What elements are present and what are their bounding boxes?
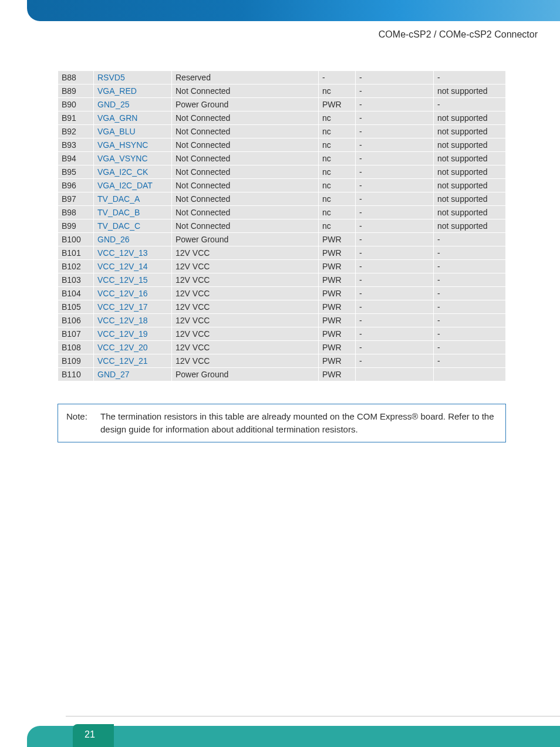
cell-col5: -: [356, 354, 434, 368]
cell-col5: -: [356, 165, 434, 179]
page-number: 21: [85, 729, 95, 740]
cell-col5: -: [356, 125, 434, 138]
cell-pin: B107: [58, 327, 94, 341]
table-row: B109VCC_12V_2112V VCCPWR--: [58, 354, 506, 368]
cell-col6: [434, 368, 506, 381]
cell-col5: -: [356, 84, 434, 98]
cell-signal: VCC_12V_16: [94, 287, 172, 300]
cell-desc: Not Connected: [172, 84, 319, 98]
cell-col5: -: [356, 71, 434, 84]
cell-pin: B106: [58, 314, 94, 327]
content-area: B88RSVD5Reserved---B89VGA_REDNot Connect…: [58, 70, 506, 442]
table-row: B107VCC_12V_1912V VCCPWR--: [58, 327, 506, 341]
cell-signal: VCC_12V_18: [94, 314, 172, 327]
cell-col6: -: [434, 300, 506, 314]
cell-desc: Power Ground: [172, 98, 319, 111]
cell-desc: Power Ground: [172, 233, 319, 246]
cell-desc: Not Connected: [172, 138, 319, 152]
cell-pin: B110: [58, 368, 94, 381]
table-row: B108VCC_12V_2012V VCCPWR--: [58, 341, 506, 354]
cell-col6: not supported: [434, 206, 506, 219]
table-row: B91VGA_GRNNot Connectednc-not supported: [58, 111, 506, 125]
cell-col4: PWR: [319, 368, 356, 381]
cell-desc: 12V VCC: [172, 314, 319, 327]
page-header-title: COMe-cSP2 / COMe-cSP2 Connector: [379, 29, 538, 40]
cell-col4: nc: [319, 219, 356, 233]
cell-pin: B104: [58, 287, 94, 300]
footer: 21: [0, 726, 560, 747]
table-row: B90GND_25Power GroundPWR--: [58, 98, 506, 111]
cell-signal: RSVD5: [94, 71, 172, 84]
cell-desc: 12V VCC: [172, 287, 319, 300]
table-row: B102VCC_12V_1412V VCCPWR--: [58, 260, 506, 273]
cell-signal: VGA_I2C_DAT: [94, 179, 172, 192]
cell-signal: VGA_VSYNC: [94, 152, 172, 165]
cell-col5: -: [356, 138, 434, 152]
cell-pin: B92: [58, 125, 94, 138]
table-row: B110GND_27Power GroundPWR: [58, 368, 506, 381]
cell-pin: B95: [58, 165, 94, 179]
cell-col4: PWR: [319, 327, 356, 341]
cell-col4: nc: [319, 192, 356, 206]
table-row: B101VCC_12V_1312V VCCPWR--: [58, 246, 506, 260]
cell-col4: PWR: [319, 354, 356, 368]
cell-col6: not supported: [434, 219, 506, 233]
cell-col6: not supported: [434, 192, 506, 206]
cell-pin: B97: [58, 192, 94, 206]
note-text: The termination resistors in this table …: [100, 410, 497, 436]
cell-signal: TV_DAC_C: [94, 219, 172, 233]
cell-col5: -: [356, 273, 434, 287]
cell-col5: -: [356, 327, 434, 341]
cell-pin: B102: [58, 260, 94, 273]
cell-pin: B90: [58, 98, 94, 111]
table-row: B96VGA_I2C_DATNot Connectednc-not suppor…: [58, 179, 506, 192]
cell-col5: -: [356, 287, 434, 300]
cell-signal: VGA_I2C_CK: [94, 165, 172, 179]
table-row: B105VCC_12V_1712V VCCPWR--: [58, 300, 506, 314]
cell-col4: nc: [319, 206, 356, 219]
cell-col6: -: [434, 287, 506, 300]
cell-desc: 12V VCC: [172, 260, 319, 273]
table-row: B92VGA_BLUNot Connectednc-not supported: [58, 125, 506, 138]
cell-desc: Not Connected: [172, 179, 319, 192]
note-box: Note: The termination resistors in this …: [58, 404, 506, 442]
table-row: B104VCC_12V_1612V VCCPWR--: [58, 287, 506, 300]
cell-col6: not supported: [434, 179, 506, 192]
cell-col6: -: [434, 327, 506, 341]
cell-col5: -: [356, 341, 434, 354]
cell-col5: -: [356, 260, 434, 273]
cell-pin: B100: [58, 233, 94, 246]
table-row: B99TV_DAC_CNot Connectednc-not supported: [58, 219, 506, 233]
cell-col6: not supported: [434, 111, 506, 125]
cell-col6: -: [434, 341, 506, 354]
cell-signal: VCC_12V_17: [94, 300, 172, 314]
cell-signal: VGA_BLU: [94, 125, 172, 138]
cell-desc: Not Connected: [172, 152, 319, 165]
cell-signal: VCC_12V_21: [94, 354, 172, 368]
pinout-table: B88RSVD5Reserved---B89VGA_REDNot Connect…: [58, 70, 506, 381]
cell-col6: not supported: [434, 165, 506, 179]
cell-desc: Power Ground: [172, 368, 319, 381]
cell-desc: Not Connected: [172, 165, 319, 179]
cell-pin: B98: [58, 206, 94, 219]
cell-col5: -: [356, 300, 434, 314]
cell-signal: GND_27: [94, 368, 172, 381]
cell-signal: VCC_12V_19: [94, 327, 172, 341]
cell-signal: VCC_12V_13: [94, 246, 172, 260]
cell-pin: B109: [58, 354, 94, 368]
table-row: B103VCC_12V_1512V VCCPWR--: [58, 273, 506, 287]
cell-pin: B105: [58, 300, 94, 314]
cell-signal: VGA_GRN: [94, 111, 172, 125]
table-row: B93VGA_HSYNCNot Connectednc-not supporte…: [58, 138, 506, 152]
cell-pin: B88: [58, 71, 94, 84]
table-row: B89VGA_REDNot Connectednc-not supported: [58, 84, 506, 98]
cell-col5: -: [356, 206, 434, 219]
cell-desc: Not Connected: [172, 192, 319, 206]
cell-pin: B93: [58, 138, 94, 152]
cell-col4: PWR: [319, 233, 356, 246]
cell-pin: B96: [58, 179, 94, 192]
cell-col4: PWR: [319, 341, 356, 354]
table-row: B100GND_26Power GroundPWR--: [58, 233, 506, 246]
top-banner: [27, 0, 560, 21]
cell-desc: Not Connected: [172, 111, 319, 125]
